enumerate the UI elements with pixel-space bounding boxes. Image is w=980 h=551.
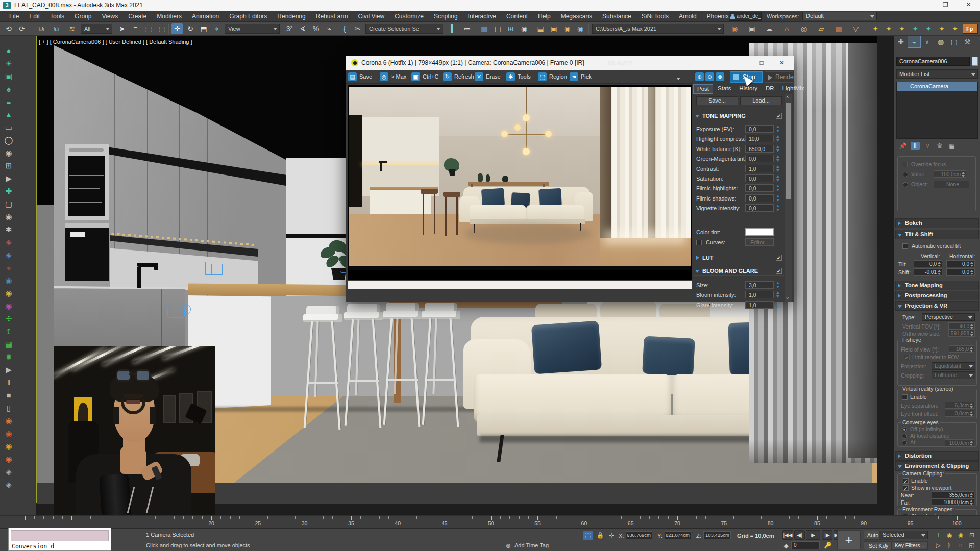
tone-value-field[interactable]: 0,0 [745, 125, 774, 133]
menu-item[interactable]: Graph Editors [224, 11, 272, 22]
corona-maximize-button[interactable]: □ [751, 58, 772, 68]
corona-tab[interactable]: History [736, 84, 761, 94]
link-icon[interactable]: ⧉ [36, 23, 47, 34]
fire-2-icon[interactable]: ◉ [2, 428, 15, 439]
z-coordinate-field[interactable]: 103,425cm [703, 531, 731, 539]
camera-add-icon[interactable]: ✚ [2, 185, 15, 197]
corona-minimize-button[interactable]: — [731, 58, 751, 68]
key-filter-icon[interactable]: ⚷ [880, 542, 890, 550]
corona-camera-icon[interactable]: ▣ [2, 70, 15, 82]
menu-item[interactable]: File [4, 11, 24, 22]
sini-hdri-icon[interactable]: ✦ [910, 23, 921, 34]
sini-6-icon[interactable]: ✦ [936, 23, 947, 34]
forest-icon[interactable]: ♠ [2, 83, 15, 95]
fov-icon[interactable]: ▷ [933, 541, 943, 550]
swirl-2-icon[interactable]: ◈ [2, 479, 15, 490]
render-pass-dropdown[interactable]: BEAUTY [607, 60, 632, 67]
tone-value-field[interactable]: 1,0 [745, 165, 774, 172]
corona-tab[interactable]: LightMix [779, 84, 808, 94]
rendered-frame-icon[interactable]: ▣ [548, 23, 559, 34]
column-icon[interactable]: ▥ [833, 23, 844, 34]
zoom-fit-icon[interactable]: ⊗ [716, 72, 724, 81]
tone-value-field[interactable]: 0,0 [745, 174, 774, 182]
scale-icon[interactable]: ⬒ [198, 23, 209, 34]
menu-item[interactable]: Rendering [272, 11, 310, 22]
bokeh-rollout[interactable]: Bokeh [895, 218, 979, 228]
ribbon-icon[interactable]: ▦ [479, 23, 490, 34]
material-editor-icon[interactable]: ◉ [519, 23, 530, 34]
corona-close-button[interactable]: ✕ [772, 58, 792, 68]
maximize-button[interactable]: ❐ [934, 0, 957, 11]
tree-icon[interactable]: ▲ [2, 109, 15, 120]
menu-item[interactable]: Civil View [353, 11, 389, 22]
spheres-icon[interactable]: ◉ [2, 147, 15, 159]
menu-item[interactable]: SiNi Tools [636, 11, 674, 22]
teapot-2-icon[interactable]: ▣ [746, 23, 757, 34]
cloud-icon[interactable]: ☁ [764, 23, 775, 34]
tone-value-field[interactable]: 10,0 [745, 135, 774, 142]
mirror-icon[interactable]: ✂ [352, 23, 363, 34]
render-icon[interactable]: ◉ [561, 23, 573, 34]
bulb-gear-icon[interactable]: ✱ [2, 223, 15, 235]
edit-poly-icon[interactable]: { [339, 23, 350, 34]
isolate-selection-icon[interactable]: ⬚ [583, 531, 593, 540]
zoom-in-icon[interactable]: ⊕ [695, 72, 704, 81]
tools-button[interactable]: ✱Tools [506, 71, 537, 82]
snap-3d-icon[interactable]: 3² [284, 23, 295, 34]
pick-button[interactable]: ☚Pick [570, 71, 600, 82]
configure-modifier-sets-button[interactable]: ▦ [947, 142, 957, 150]
person-icon[interactable]: ◎ [798, 23, 810, 34]
teapot-1-icon[interactable]: ◉ [729, 23, 740, 34]
snap-percent-icon[interactable]: % [310, 23, 322, 34]
refresh-button[interactable]: ↻Refresh [443, 71, 474, 82]
cube-blue-icon[interactable]: ◈ [2, 249, 15, 261]
object-name-field[interactable]: CoronaCamera006 [896, 57, 970, 66]
zoom-out-icon[interactable]: ⊖ [705, 72, 714, 81]
menu-item[interactable]: Tools [45, 11, 69, 22]
tone-value-field[interactable]: 6500,0 [745, 145, 774, 153]
tone-load-button[interactable]: Load... [740, 96, 782, 105]
bloom-checkbox[interactable]: ✓ [776, 268, 782, 274]
-max-button[interactable]: ◎> Max [380, 71, 410, 82]
x-coordinate-field[interactable]: 636,769cm [626, 531, 652, 539]
menu-item[interactable]: Modifiers [152, 11, 187, 22]
lut-section[interactable]: LUT ✓ [694, 254, 784, 262]
reference-coordinate-dropdown[interactable]: View [225, 24, 280, 34]
go-to-start-button[interactable]: |◀◀ [782, 530, 793, 540]
teapot-icon[interactable]: ◉ [2, 211, 15, 222]
menu-item[interactable]: Interactive [463, 11, 501, 22]
play-button[interactable]: ▶ [806, 530, 820, 540]
add-time-tag[interactable]: Add Time Tag [514, 542, 549, 548]
menu-item[interactable]: Substance [597, 11, 636, 22]
tone-mapping-checkbox[interactable]: ✓ [776, 113, 782, 119]
tab-display[interactable]: ▢ [947, 36, 961, 48]
corona-sun-icon[interactable]: ☀ [2, 58, 15, 69]
monitor-icon[interactable]: ▢ [2, 198, 15, 210]
yellow-icon[interactable]: ◉ [2, 287, 15, 299]
tone-mapping-rollout[interactable]: Tone Mapping [895, 281, 979, 290]
render-iterative-icon[interactable]: ◉ [575, 23, 586, 34]
corona-light-icon[interactable]: ● [2, 45, 15, 57]
corona-title-bar[interactable]: Corona 6 (Hotfix 1) | 798×449px (1:1) | … [346, 56, 794, 70]
conversion-dialog[interactable]: Conversion d [8, 528, 111, 551]
walk-icon[interactable]: 🚶 [944, 541, 954, 550]
zoom-all-icon[interactable]: ◉ [944, 531, 954, 540]
select-by-name-icon[interactable]: ≡ [130, 23, 141, 34]
fire-1-icon[interactable]: ◉ [2, 415, 15, 427]
tab-create[interactable]: ✚ [894, 36, 908, 48]
purple-icon[interactable]: ◉ [2, 300, 15, 312]
select-icon[interactable]: ➤ [116, 23, 128, 34]
remove-modifier-button[interactable]: 🗑 [935, 142, 944, 150]
curves-editor-button[interactable]: Editor... [745, 238, 774, 246]
snap-spinner-icon[interactable]: ⌁ [324, 23, 335, 34]
modifier-list-dropdown[interactable]: Modifier List [896, 69, 978, 79]
bloom-value-field[interactable]: 1,0 [745, 291, 774, 298]
sini-1-icon[interactable]: ✦ [870, 23, 881, 34]
isolate-icon[interactable]: ▍ [448, 23, 459, 34]
bind-icon[interactable]: ≋ [66, 23, 78, 34]
tone-save-button[interactable]: Save... [696, 96, 738, 105]
corona-tab[interactable]: Stats [714, 84, 734, 94]
fire-3-icon[interactable]: ◉ [2, 440, 15, 452]
save-button[interactable]: ▤Save [348, 71, 379, 82]
green-burst-icon[interactable]: ✺ [2, 351, 15, 363]
